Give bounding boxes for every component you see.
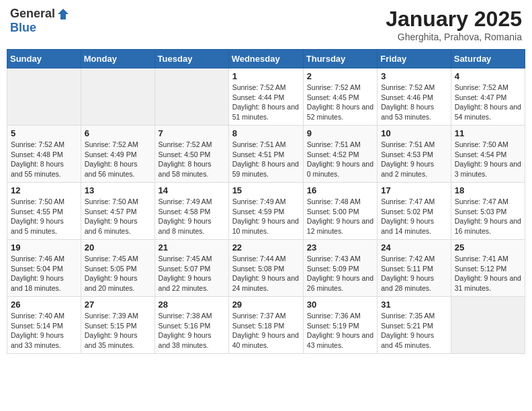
location: Gherghita, Prahova, Romania [386, 32, 522, 42]
day-number: 2 [307, 71, 373, 81]
day-info: Sunrise: 7:48 AM Sunset: 5:00 PM Dayligh… [307, 197, 373, 236]
calendar-cell: 26Sunrise: 7:40 AM Sunset: 5:14 PM Dayli… [7, 297, 81, 354]
day-info: Sunrise: 7:38 AM Sunset: 5:16 PM Dayligh… [159, 311, 225, 351]
logo-icon [56, 7, 70, 21]
day-number: 26 [11, 300, 77, 310]
day-info: Sunrise: 7:40 AM Sunset: 5:14 PM Dayligh… [11, 311, 77, 351]
logo: General Blue [10, 7, 70, 35]
calendar-cell [7, 68, 81, 126]
day-number: 23 [307, 242, 373, 253]
day-number: 12 [11, 185, 77, 195]
day-info: Sunrise: 7:52 AM Sunset: 4:47 PM Dayligh… [455, 83, 521, 122]
calendar-cell: 2Sunrise: 7:52 AM Sunset: 4:45 PM Daylig… [303, 68, 377, 126]
day-number: 10 [381, 128, 447, 138]
day-number: 22 [232, 242, 300, 253]
day-number: 27 [85, 300, 151, 310]
calendar-cell: 10Sunrise: 7:51 AM Sunset: 4:53 PM Dayli… [378, 126, 451, 183]
day-info: Sunrise: 7:41 AM Sunset: 5:12 PM Dayligh… [455, 254, 521, 293]
calendar: SundayMondayTuesdayWednesdayThursdayFrid… [7, 49, 525, 354]
day-info: Sunrise: 7:45 AM Sunset: 5:05 PM Dayligh… [85, 254, 151, 293]
day-number: 21 [159, 242, 225, 253]
day-info: Sunrise: 7:51 AM Sunset: 4:51 PM Dayligh… [232, 140, 300, 179]
weekday-header: Sunday [7, 50, 81, 68]
calendar-cell: 12Sunrise: 7:50 AM Sunset: 4:55 PM Dayli… [7, 183, 81, 240]
day-number: 13 [85, 185, 151, 195]
day-info: Sunrise: 7:50 AM Sunset: 4:54 PM Dayligh… [455, 140, 521, 179]
calendar-cell: 1Sunrise: 7:52 AM Sunset: 4:44 PM Daylig… [228, 68, 303, 126]
calendar-cell: 22Sunrise: 7:44 AM Sunset: 5:08 PM Dayli… [228, 240, 303, 297]
day-number: 17 [381, 185, 447, 195]
day-info: Sunrise: 7:47 AM Sunset: 5:02 PM Dayligh… [381, 197, 447, 236]
calendar-cell: 4Sunrise: 7:52 AM Sunset: 4:47 PM Daylig… [451, 68, 525, 126]
day-number: 28 [159, 300, 225, 310]
day-info: Sunrise: 7:44 AM Sunset: 5:08 PM Dayligh… [232, 254, 300, 293]
calendar-cell: 9Sunrise: 7:51 AM Sunset: 4:52 PM Daylig… [303, 126, 377, 183]
day-number: 20 [85, 242, 151, 253]
day-number: 16 [307, 185, 373, 195]
calendar-cell: 20Sunrise: 7:45 AM Sunset: 5:05 PM Dayli… [81, 240, 154, 297]
day-number: 18 [455, 185, 521, 195]
calendar-cell: 18Sunrise: 7:47 AM Sunset: 5:03 PM Dayli… [451, 183, 525, 240]
day-info: Sunrise: 7:51 AM Sunset: 4:52 PM Dayligh… [307, 140, 373, 179]
week-row: 19Sunrise: 7:46 AM Sunset: 5:04 PM Dayli… [7, 240, 525, 297]
day-number: 3 [381, 71, 447, 81]
calendar-cell: 6Sunrise: 7:52 AM Sunset: 4:49 PM Daylig… [81, 126, 154, 183]
calendar-cell: 31Sunrise: 7:35 AM Sunset: 5:21 PM Dayli… [378, 297, 451, 354]
calendar-cell: 23Sunrise: 7:43 AM Sunset: 5:09 PM Dayli… [303, 240, 377, 297]
calendar-cell: 3Sunrise: 7:52 AM Sunset: 4:46 PM Daylig… [378, 68, 451, 126]
day-number: 15 [232, 185, 300, 195]
calendar-cell: 21Sunrise: 7:45 AM Sunset: 5:07 PM Dayli… [154, 240, 228, 297]
day-number: 14 [159, 185, 225, 195]
week-row: 12Sunrise: 7:50 AM Sunset: 4:55 PM Dayli… [7, 183, 525, 240]
day-number: 25 [455, 242, 521, 253]
calendar-cell: 14Sunrise: 7:49 AM Sunset: 4:58 PM Dayli… [154, 183, 228, 240]
calendar-cell: 30Sunrise: 7:36 AM Sunset: 5:19 PM Dayli… [303, 297, 377, 354]
calendar-cell: 24Sunrise: 7:42 AM Sunset: 5:11 PM Dayli… [378, 240, 451, 297]
calendar-cell: 27Sunrise: 7:39 AM Sunset: 5:15 PM Dayli… [81, 297, 154, 354]
week-row: 5Sunrise: 7:52 AM Sunset: 4:48 PM Daylig… [7, 126, 525, 183]
calendar-cell: 29Sunrise: 7:37 AM Sunset: 5:18 PM Dayli… [228, 297, 303, 354]
calendar-cell: 5Sunrise: 7:52 AM Sunset: 4:48 PM Daylig… [7, 126, 81, 183]
calendar-cell [81, 68, 154, 126]
svg-marker-0 [58, 9, 69, 19]
day-number: 30 [307, 300, 373, 310]
calendar-cell [154, 68, 228, 126]
day-info: Sunrise: 7:52 AM Sunset: 4:45 PM Dayligh… [307, 83, 373, 122]
day-number: 19 [11, 242, 77, 253]
day-number: 7 [159, 128, 225, 138]
calendar-cell: 15Sunrise: 7:49 AM Sunset: 4:59 PM Dayli… [228, 183, 303, 240]
day-number: 6 [85, 128, 151, 138]
day-number: 31 [381, 300, 447, 310]
calendar-cell: 28Sunrise: 7:38 AM Sunset: 5:16 PM Dayli… [154, 297, 228, 354]
day-info: Sunrise: 7:46 AM Sunset: 5:04 PM Dayligh… [11, 254, 77, 293]
day-info: Sunrise: 7:36 AM Sunset: 5:19 PM Dayligh… [307, 311, 373, 351]
day-info: Sunrise: 7:45 AM Sunset: 5:07 PM Dayligh… [159, 254, 225, 293]
day-number: 29 [232, 300, 300, 310]
day-info: Sunrise: 7:49 AM Sunset: 4:59 PM Dayligh… [232, 197, 300, 236]
day-info: Sunrise: 7:49 AM Sunset: 4:58 PM Dayligh… [159, 197, 225, 236]
day-info: Sunrise: 7:51 AM Sunset: 4:53 PM Dayligh… [381, 140, 447, 179]
day-number: 9 [307, 128, 373, 138]
calendar-cell: 19Sunrise: 7:46 AM Sunset: 5:04 PM Dayli… [7, 240, 81, 297]
weekday-header: Friday [378, 50, 451, 68]
page-header: General Blue January 2025 Gherghita, Pra… [7, 7, 525, 42]
day-number: 5 [11, 128, 77, 138]
weekday-header: Wednesday [228, 50, 303, 68]
calendar-cell: 11Sunrise: 7:50 AM Sunset: 4:54 PM Dayli… [451, 126, 525, 183]
day-info: Sunrise: 7:43 AM Sunset: 5:09 PM Dayligh… [307, 254, 373, 293]
day-info: Sunrise: 7:52 AM Sunset: 4:49 PM Dayligh… [85, 140, 151, 179]
calendar-cell [451, 297, 525, 354]
day-info: Sunrise: 7:37 AM Sunset: 5:18 PM Dayligh… [232, 311, 300, 351]
day-info: Sunrise: 7:47 AM Sunset: 5:03 PM Dayligh… [455, 197, 521, 236]
day-info: Sunrise: 7:39 AM Sunset: 5:15 PM Dayligh… [85, 311, 151, 351]
day-info: Sunrise: 7:52 AM Sunset: 4:44 PM Dayligh… [232, 83, 300, 122]
weekday-header-row: SundayMondayTuesdayWednesdayThursdayFrid… [7, 50, 525, 68]
calendar-cell: 16Sunrise: 7:48 AM Sunset: 5:00 PM Dayli… [303, 183, 377, 240]
day-number: 24 [381, 242, 447, 253]
calendar-cell: 25Sunrise: 7:41 AM Sunset: 5:12 PM Dayli… [451, 240, 525, 297]
day-number: 8 [232, 128, 300, 138]
day-info: Sunrise: 7:42 AM Sunset: 5:11 PM Dayligh… [381, 254, 447, 293]
logo-general: General [10, 7, 55, 21]
logo-blue: Blue [10, 21, 36, 35]
day-info: Sunrise: 7:50 AM Sunset: 4:55 PM Dayligh… [11, 197, 77, 236]
